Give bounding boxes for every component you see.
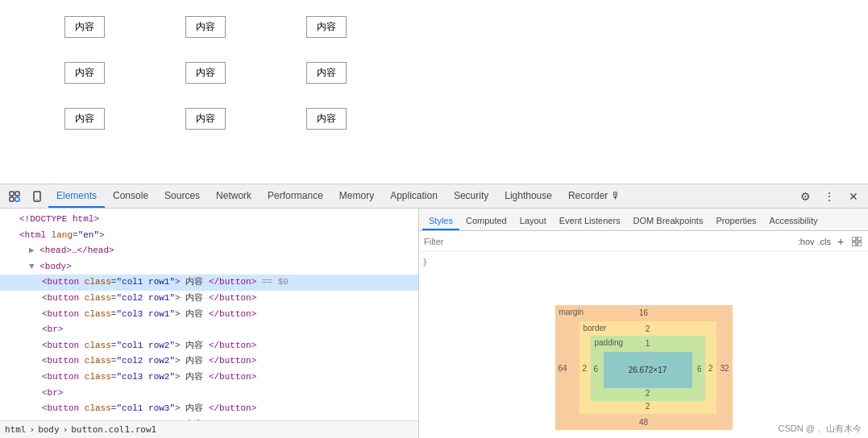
styles-content: } bbox=[419, 252, 868, 297]
svg-rect-8 bbox=[852, 242, 856, 246]
filter-cls-button[interactable]: .cls bbox=[818, 237, 832, 246]
dom-line-br2[interactable]: <br> bbox=[0, 386, 418, 402]
dom-line-br1[interactable]: <br> bbox=[0, 322, 418, 338]
tab-network[interactable]: Network bbox=[208, 185, 260, 208]
subtab-properties[interactable]: Properties bbox=[709, 213, 762, 230]
breadcrumb-html[interactable]: html bbox=[5, 424, 27, 435]
devtools-toolbar: Elements Console Sources Network Perform… bbox=[0, 184, 868, 209]
devtools: Elements Console Sources Network Perform… bbox=[0, 184, 868, 438]
btn-col3-row3[interactable]: 内容 bbox=[306, 108, 347, 130]
dom-line-btn4[interactable]: <button class="col1 row2"> 内容 </button> bbox=[0, 338, 418, 354]
button-row-1: 内容 内容 内容 bbox=[64, 16, 419, 38]
svg-rect-1 bbox=[15, 192, 19, 196]
styles-subtabs: Styles Computed Layout Event Listeners D… bbox=[419, 209, 868, 231]
tab-performance[interactable]: Performance bbox=[260, 185, 331, 208]
page-content: 内容 内容 内容 内容 内容 内容 内容 内容 内容 bbox=[0, 0, 419, 184]
filter-input[interactable] bbox=[424, 237, 795, 246]
btn-col2-row1[interactable]: 内容 bbox=[185, 16, 226, 38]
padding-top: 1 bbox=[646, 339, 650, 348]
svg-rect-9 bbox=[858, 242, 862, 246]
button-row-3: 内容 内容 内容 bbox=[64, 108, 419, 130]
padding-right: 6 bbox=[697, 364, 702, 373]
tab-console[interactable]: Console bbox=[105, 185, 156, 208]
btn-col2-row3[interactable]: 内容 bbox=[185, 108, 226, 130]
margin-right: 32 bbox=[720, 363, 729, 372]
subtab-event-listeners[interactable]: Event Listeners bbox=[553, 213, 627, 230]
svg-rect-2 bbox=[10, 197, 14, 201]
settings-icon[interactable]: ⚙ bbox=[794, 185, 816, 208]
padding-left: 6 bbox=[594, 364, 599, 373]
border-right: 2 bbox=[708, 363, 713, 372]
dom-statusbar: html › body › button.col1.row1 bbox=[0, 420, 418, 438]
padding-label: padding bbox=[595, 338, 624, 347]
add-style-rule-icon[interactable]: + bbox=[834, 235, 847, 248]
svg-point-5 bbox=[36, 199, 38, 200]
tab-lighthouse[interactable]: Lighthouse bbox=[496, 185, 560, 208]
border-left: 2 bbox=[583, 363, 588, 372]
close-devtools-icon[interactable]: ✕ bbox=[842, 185, 865, 208]
tab-security[interactable]: Security bbox=[446, 185, 496, 208]
padding-bottom: 2 bbox=[646, 389, 650, 398]
inspect-icon[interactable] bbox=[3, 185, 26, 208]
dom-line-body[interactable]: ▼ <body> bbox=[0, 259, 418, 275]
border-label: border bbox=[584, 324, 607, 333]
dom-panel: <!DOCTYPE html> <html lang="en"> ▶ <head… bbox=[0, 209, 419, 438]
margin-top: 16 bbox=[639, 308, 648, 317]
dom-line-html[interactable]: <html lang="en"> bbox=[0, 228, 418, 244]
tab-recorder[interactable]: Recorder 🎙 bbox=[560, 185, 629, 208]
btn-col1-row2[interactable]: 内容 bbox=[64, 62, 105, 84]
btn-col2-row2[interactable]: 内容 bbox=[185, 62, 226, 84]
dom-line-head[interactable]: ▶ <head>…</head> bbox=[0, 243, 418, 259]
tab-sources[interactable]: Sources bbox=[156, 185, 208, 208]
margin-label: margin bbox=[559, 308, 584, 316]
svg-rect-7 bbox=[858, 237, 862, 241]
content-dimensions: 26.672×17 bbox=[629, 366, 667, 374]
border-top: 2 bbox=[646, 324, 650, 333]
margin-bottom: 48 bbox=[639, 418, 648, 427]
subtab-styles[interactable]: Styles bbox=[422, 213, 459, 230]
svg-rect-0 bbox=[10, 192, 14, 196]
subtab-computed[interactable]: Computed bbox=[459, 213, 513, 230]
dom-line-doctype[interactable]: <!DOCTYPE html> bbox=[0, 212, 418, 228]
subtab-dom-breakpoints[interactable]: DOM Breakpoints bbox=[627, 213, 710, 230]
watermark: CSDN @ 、山有木今 bbox=[779, 423, 862, 435]
tab-elements[interactable]: Elements bbox=[48, 185, 105, 208]
breadcrumb-separator-2: › bbox=[63, 424, 69, 435]
expand-icon[interactable] bbox=[850, 235, 863, 248]
btn-col3-row1[interactable]: 内容 bbox=[306, 16, 347, 38]
btn-col3-row2[interactable]: 内容 bbox=[306, 62, 347, 84]
dom-line-btn1[interactable]: <button class="col1 row1"> 内容 </button> … bbox=[0, 275, 418, 291]
subtab-layout[interactable]: Layout bbox=[513, 213, 553, 230]
styles-panel: Styles Computed Layout Event Listeners D… bbox=[419, 209, 868, 438]
breadcrumb-button[interactable]: button.col1.row1 bbox=[71, 424, 156, 435]
device-icon[interactable] bbox=[26, 185, 48, 208]
dom-line-btn7[interactable]: <button class="col1 row3"> 内容 </button> bbox=[0, 401, 418, 417]
dom-line-btn6[interactable]: <button class="col3 row2"> 内容 </button> bbox=[0, 370, 418, 386]
svg-rect-6 bbox=[852, 237, 856, 241]
btn-col1-row3[interactable]: 内容 bbox=[64, 108, 105, 130]
tab-memory[interactable]: Memory bbox=[331, 185, 382, 208]
dom-line-btn3[interactable]: <button class="col3 row1"> 内容 </button> bbox=[0, 307, 418, 323]
styles-filter-bar: :hov .cls + bbox=[419, 231, 868, 252]
devtools-body: <!DOCTYPE html> <html lang="en"> ▶ <head… bbox=[0, 209, 868, 438]
svg-rect-3 bbox=[15, 197, 19, 201]
border-bottom: 2 bbox=[646, 402, 650, 411]
more-options-icon[interactable]: ⋮ bbox=[818, 185, 841, 208]
button-row-2: 内容 内容 内容 bbox=[64, 62, 419, 84]
breadcrumb-body[interactable]: body bbox=[38, 424, 60, 435]
selector-line: } bbox=[422, 255, 865, 269]
breadcrumb-separator-1: › bbox=[30, 424, 35, 435]
btn-col1-row1[interactable]: 内容 bbox=[64, 16, 105, 38]
dom-line-btn5[interactable]: <button class="col2 row2"> 内容 </button> bbox=[0, 353, 418, 370]
dom-content[interactable]: <!DOCTYPE html> <html lang="en"> ▶ <head… bbox=[0, 209, 418, 420]
box-model-area: margin 16 48 64 32 border 2 2 2 2 bbox=[419, 297, 868, 438]
tab-application[interactable]: Application bbox=[382, 185, 446, 208]
box-model: margin 16 48 64 32 border 2 2 2 2 bbox=[555, 305, 733, 430]
toolbar-right-icons: ⚙ ⋮ ✕ bbox=[794, 185, 865, 208]
margin-left: 64 bbox=[559, 363, 567, 372]
filter-hov-button[interactable]: :hov bbox=[798, 237, 815, 246]
subtab-accessibility[interactable]: Accessibility bbox=[763, 213, 824, 230]
dom-line-btn2[interactable]: <button class="col2 row1"> 内容 </button> bbox=[0, 291, 418, 307]
